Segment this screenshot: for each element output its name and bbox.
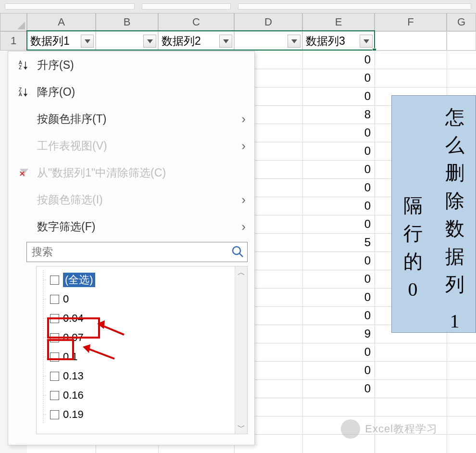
menu-filter-number[interactable]: 数字筛选(F) › xyxy=(8,213,254,240)
filter-item[interactable]: 0.16 xyxy=(37,386,234,405)
cell-A1[interactable]: 数据列1 xyxy=(27,31,96,50)
cell-G1[interactable] xyxy=(447,31,476,50)
annotation-textbox: 隔 行 的 0 怎 么 删 除 数 据 列 1 xyxy=(391,95,476,333)
tip-char: 的 xyxy=(403,248,423,276)
menu-filter-number-label: 数字筛选(F) xyxy=(37,219,95,234)
filter-item-label: 0.19 xyxy=(63,408,84,421)
col-header-C[interactable]: C xyxy=(158,13,234,31)
cell-E6[interactable]: 0 xyxy=(302,124,375,142)
svg-marker-13 xyxy=(24,94,27,97)
filter-dropdown-D[interactable] xyxy=(288,35,301,48)
cell-E12[interactable]: 5 xyxy=(302,233,375,252)
annotation-col-right: 怎 么 删 除 数 据 列 1 xyxy=(434,96,476,332)
checkbox[interactable] xyxy=(50,410,59,419)
menu-sort-asc-label: 升序(S) xyxy=(37,58,74,73)
cell-E16[interactable]: 0 xyxy=(302,306,375,325)
cell-E4[interactable]: 0 xyxy=(302,87,375,105)
filter-item-label: 0.1 xyxy=(63,351,78,363)
toolbar-segment xyxy=(5,3,135,10)
cell-C1[interactable]: 数据列2 xyxy=(158,31,234,50)
checkbox[interactable] xyxy=(50,295,59,304)
checkbox[interactable] xyxy=(50,333,59,342)
filter-item[interactable]: 0.1 xyxy=(37,347,234,366)
row-header-1[interactable]: 1 xyxy=(0,31,27,50)
col-header-A[interactable]: A xyxy=(27,13,96,31)
col-header-F[interactable]: F xyxy=(375,13,447,31)
cell-E14[interactable]: 0 xyxy=(302,270,375,288)
cell-E8[interactable]: 0 xyxy=(302,160,375,178)
checkbox[interactable] xyxy=(50,372,59,381)
cell-E20[interactable]: 0 xyxy=(302,379,375,398)
filter-search-input[interactable] xyxy=(26,242,248,262)
menu-sort-desc[interactable]: ZA 降序(O) xyxy=(8,78,254,105)
column-header-row: A B C D E F G xyxy=(0,13,476,31)
col-header-G[interactable]: G xyxy=(447,13,476,31)
cell-E17[interactable]: 9 xyxy=(302,325,375,343)
cell-E19[interactable]: 0 xyxy=(302,361,375,379)
cell-E18[interactable]: 0 xyxy=(302,343,375,361)
list-scrollbar[interactable]: ︿ ﹀ xyxy=(235,266,247,434)
scroll-down-icon[interactable]: ﹀ xyxy=(235,421,247,434)
header-cells-row: 数据列1 数据列2 数据列3 xyxy=(27,31,476,50)
annotation-col-left: 隔 行 的 0 xyxy=(392,96,434,332)
tip-char: 怎 xyxy=(445,103,464,131)
filter-item[interactable]: 0.07 xyxy=(37,328,234,347)
filter-dropdown-B[interactable] xyxy=(143,35,156,48)
toolbar-segment xyxy=(142,3,231,10)
cell-E3[interactable]: 0 xyxy=(302,69,375,87)
checkbox[interactable] xyxy=(50,352,59,362)
menu-sort-asc[interactable]: AZ 升序(S) xyxy=(8,51,254,78)
tip-char: 0 xyxy=(408,276,418,303)
checkbox[interactable] xyxy=(50,276,59,285)
cell-E15[interactable]: 0 xyxy=(302,288,375,306)
scroll-up-icon[interactable]: ︿ xyxy=(235,266,247,279)
filter-item[interactable]: 0.13 xyxy=(37,366,234,386)
filter-item-label: 0.13 xyxy=(63,370,84,382)
cell-E7[interactable]: 0 xyxy=(302,142,375,160)
select-all-corner[interactable] xyxy=(0,13,27,31)
search-icon[interactable] xyxy=(231,245,244,260)
filter-item[interactable]: 0.19 xyxy=(37,405,234,424)
svg-line-18 xyxy=(239,253,243,257)
clear-filter-icon xyxy=(17,167,31,178)
cell-E2[interactable]: 0 xyxy=(302,50,375,69)
cell-D1[interactable] xyxy=(234,31,302,50)
cell-F1[interactable] xyxy=(375,31,447,50)
col-header-E[interactable]: E xyxy=(302,13,375,31)
filter-item-label: 0.04 xyxy=(63,312,84,325)
col-header-D[interactable]: D xyxy=(234,13,302,31)
cell-E13[interactable]: 0 xyxy=(302,252,375,270)
tip-char: 1 xyxy=(450,307,460,335)
chevron-right-icon: › xyxy=(241,138,246,153)
cell-E9[interactable]: 0 xyxy=(302,178,375,197)
filter-dropdown-C[interactable] xyxy=(219,35,232,48)
filter-item[interactable]: (全选) xyxy=(37,270,234,289)
chevron-right-icon: › xyxy=(241,112,246,126)
toolbar-strip xyxy=(0,0,476,13)
filter-item[interactable]: 0 xyxy=(37,289,234,309)
cell-B1[interactable] xyxy=(96,31,158,50)
filter-search-wrap xyxy=(26,242,248,262)
filter-menu: AZ 升序(S) ZA 降序(O) 按颜色排序(T) › 工作表视图(V) › … xyxy=(8,51,255,445)
menu-filter-color: 按颜色筛选(I) › xyxy=(8,186,254,213)
tip-char: 行 xyxy=(403,220,423,248)
filter-item[interactable]: 0.04 xyxy=(37,309,234,328)
svg-point-17 xyxy=(233,247,240,254)
watermark: Excel教程学习 xyxy=(341,419,438,439)
tip-char: 隔 xyxy=(403,192,423,220)
menu-sort-color[interactable]: 按颜色排序(T) › xyxy=(8,105,254,132)
watermark-text: Excel教程学习 xyxy=(365,422,438,436)
filter-dropdown-A[interactable] xyxy=(81,35,94,48)
checkbox[interactable] xyxy=(50,314,59,323)
cell-E10[interactable]: 0 xyxy=(302,197,375,215)
filter-dropdown-E[interactable] xyxy=(360,35,373,48)
svg-marker-1 xyxy=(85,39,90,43)
cell-E11[interactable]: 0 xyxy=(302,215,375,233)
sort-asc-icon: AZ xyxy=(17,60,31,70)
cell-E5[interactable]: 8 xyxy=(302,105,375,124)
cell-E1[interactable]: 数据列3 xyxy=(302,31,375,50)
svg-text:Z: Z xyxy=(19,65,22,70)
tip-char: 数 xyxy=(445,215,464,243)
checkbox[interactable] xyxy=(50,391,59,400)
col-header-B[interactable]: B xyxy=(96,13,158,31)
